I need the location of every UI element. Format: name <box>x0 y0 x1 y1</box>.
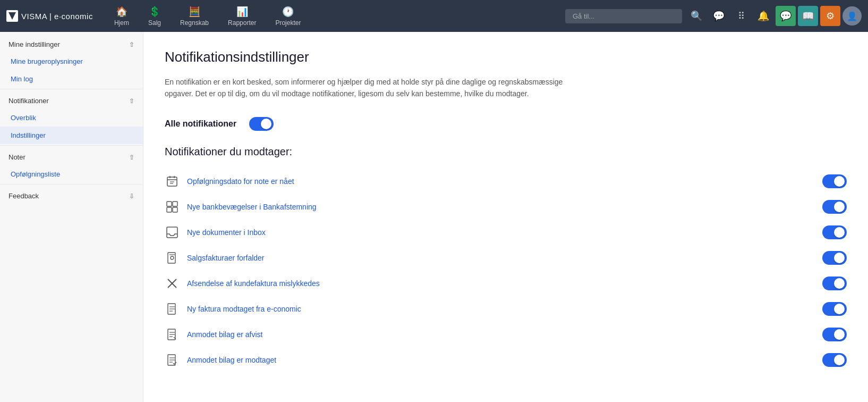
nav-item-projekter[interactable]: 🕐 Projekter <box>267 3 309 30</box>
user-avatar[interactable]: 👤 <box>843 6 862 26</box>
chevron-down-icon: ⇩ <box>129 192 134 200</box>
notif-label-opfoelgningsdato: Opfølgningsdato for note er nået <box>187 177 815 186</box>
svg-rect-11 <box>167 227 177 238</box>
notif-row-afsendelse: Afsendelse af kundefaktura mislykkedes <box>165 271 847 296</box>
page-description: En notifikation er en kort besked, som i… <box>165 76 590 100</box>
notif-icon-opfoelgningsdato <box>165 174 180 189</box>
brand-logo[interactable]: VISMA | e·conomic <box>6 10 93 22</box>
notif-toggle-afsendelse[interactable] <box>822 277 847 290</box>
sidebar-item-overblik[interactable]: Overblik <box>0 109 143 127</box>
notif-icon-bilag-afvist <box>165 327 180 342</box>
sidebar-item-opfoelgningsliste[interactable]: Opfølgningsliste <box>0 165 143 183</box>
notif-icon-ny-faktura <box>165 302 180 316</box>
svg-rect-8 <box>173 202 177 206</box>
notif-row-bilag-afvist: Anmodet bilag er afvist <box>165 322 847 347</box>
chevron-up-icon-3: ⇧ <box>129 154 134 161</box>
svg-rect-10 <box>173 207 177 212</box>
all-notifications-row: Alle notifikationer <box>165 117 847 131</box>
section-label-feedback: Feedback <box>8 192 39 200</box>
nav-item-regnskab[interactable]: 🧮 Regnskab <box>172 3 217 30</box>
notif-toggle-bilag-modtaget[interactable] <box>822 353 847 367</box>
notif-label-bilag-modtaget: Anmodet bilag er modtaget <box>187 356 815 364</box>
notif-icon-salgsfakturaer <box>165 250 180 265</box>
notif-label-salgsfakturaer: Salgsfakturaer forfalder <box>187 254 815 262</box>
nav-actions: 🔍 💬 ⠿ 🔔 💬 📖 ⚙ 👤 <box>686 6 862 26</box>
notif-label-inbox: Nye dokumenter i Inbox <box>187 228 815 237</box>
rapporter-label: Rapporter <box>228 19 256 27</box>
book-button[interactable]: 📖 <box>798 6 818 26</box>
page-title: Notifikationsindstillinger <box>165 49 847 65</box>
svg-rect-9 <box>167 207 172 212</box>
sidebar-item-mine-brugeroplysninger[interactable]: Mine brugeroplysninger <box>0 53 143 70</box>
sidebar-section-notifikationer[interactable]: Notifikationer ⇧ <box>0 90 143 109</box>
svg-point-13 <box>171 256 174 259</box>
app-body: Mine indstillinger ⇧ Mine brugeroplysnin… <box>0 32 868 402</box>
projekter-icon: 🕐 <box>282 6 294 18</box>
svg-rect-7 <box>167 202 172 206</box>
notif-row-bankbevaegelser: Nye bankbevægelser i Bankafstemning <box>165 194 847 220</box>
sidebar-divider-2 <box>0 145 143 146</box>
section-subtitle: Notifikationer du modtager: <box>165 146 847 158</box>
brand-name: VISMA | e·conomic <box>21 12 93 21</box>
notif-label-afsendelse: Afsendelse af kundefaktura mislykkedes <box>187 279 815 288</box>
salg-label: Salg <box>148 19 161 27</box>
sidebar-section-noter[interactable]: Noter ⇧ <box>0 147 143 165</box>
notif-toggle-bankbevaegelser[interactable] <box>822 200 847 214</box>
regnskab-icon: 🧮 <box>189 6 200 18</box>
section-label-mine-indstillinger: Mine indstillinger <box>8 40 60 48</box>
notif-row-salgsfakturaer: Salgsfakturaer forfalder <box>165 245 847 271</box>
toggle-thumb <box>261 119 271 129</box>
salg-icon: 💲 <box>149 6 160 18</box>
section-label-notifikationer: Notifikationer <box>8 97 49 105</box>
notif-icon-bankbevaegelser <box>165 199 180 214</box>
notif-row-ny-faktura: Ny faktura modtaget fra e-conomic <box>165 296 847 322</box>
nav-items: 🏠 Hjem 💲 Salg 🧮 Regnskab 📊 Rapporter 🕐 P… <box>106 3 310 30</box>
notif-label-bilag-afvist: Anmodet bilag er afvist <box>187 330 815 339</box>
notif-icon-inbox <box>165 225 180 240</box>
visma-icon <box>6 10 18 22</box>
rapporter-icon: 📊 <box>236 6 248 18</box>
search-button[interactable]: 🔍 <box>686 6 707 26</box>
hjem-icon: 🏠 <box>116 6 127 18</box>
chevron-up-icon: ⇧ <box>129 41 134 48</box>
grid-button[interactable]: ⠿ <box>731 6 751 26</box>
main-content: Notifikationsindstillinger En notifikati… <box>143 32 868 402</box>
notif-toggle-salgsfakturaer[interactable] <box>822 251 847 265</box>
nav-item-salg[interactable]: 💲 Salg <box>140 3 169 30</box>
notif-toggle-ny-faktura[interactable] <box>822 302 847 316</box>
settings-button[interactable]: ⚙ <box>820 6 840 26</box>
regnskab-label: Regnskab <box>180 19 209 27</box>
sidebar-divider-3 <box>0 184 143 185</box>
notif-label-bankbevaegelser: Nye bankbevægelser i Bankafstemning <box>187 203 815 211</box>
notif-icon-afsendelse <box>165 276 180 291</box>
chevron-up-icon-2: ⇧ <box>129 97 134 105</box>
sidebar-section-feedback[interactable]: Feedback ⇩ <box>0 186 143 204</box>
sidebar: Mine indstillinger ⇧ Mine brugeroplysnin… <box>0 32 143 402</box>
nav-item-rapporter[interactable]: 📊 Rapporter <box>219 3 265 30</box>
sidebar-section-mine-indstillinger[interactable]: Mine indstillinger ⇧ <box>0 34 143 53</box>
notif-toggle-opfoelgningsdato[interactable] <box>822 174 847 188</box>
notification-list: Opfølgningsdato for note er nået Nye ban… <box>165 169 847 373</box>
top-navigation: VISMA | e·conomic 🏠 Hjem 💲 Salg 🧮 Regnsk… <box>0 0 868 32</box>
notif-icon-bilag-modtaget <box>165 353 180 367</box>
notif-label-ny-faktura: Ny faktura modtaget fra e-conomic <box>187 305 815 313</box>
message-button[interactable]: 💬 <box>776 6 796 26</box>
svg-rect-12 <box>168 253 175 263</box>
notif-row-inbox: Nye dokumenter i Inbox <box>165 220 847 245</box>
search-input[interactable] <box>565 9 682 23</box>
notif-row-bilag-modtaget: Anmodet bilag er modtaget <box>165 347 847 373</box>
notif-row-opfoelgningsdato: Opfølgningsdato for note er nået <box>165 169 847 194</box>
all-notifications-label: Alle notifikationer <box>165 119 236 129</box>
notif-toggle-bilag-afvist[interactable] <box>822 328 847 341</box>
chat-button[interactable]: 💬 <box>709 6 729 26</box>
hjem-label: Hjem <box>114 19 129 27</box>
sidebar-divider-1 <box>0 89 143 89</box>
projekter-label: Projekter <box>275 19 301 27</box>
notif-toggle-inbox[interactable] <box>822 225 847 239</box>
sidebar-item-indstillinger[interactable]: Indstillinger <box>0 127 143 144</box>
sidebar-item-min-log[interactable]: Min log <box>0 70 143 88</box>
section-label-noter: Noter <box>8 153 25 161</box>
all-notifications-toggle[interactable] <box>249 117 274 131</box>
bell-button[interactable]: 🔔 <box>753 6 773 26</box>
nav-item-hjem[interactable]: 🏠 Hjem <box>106 3 138 30</box>
